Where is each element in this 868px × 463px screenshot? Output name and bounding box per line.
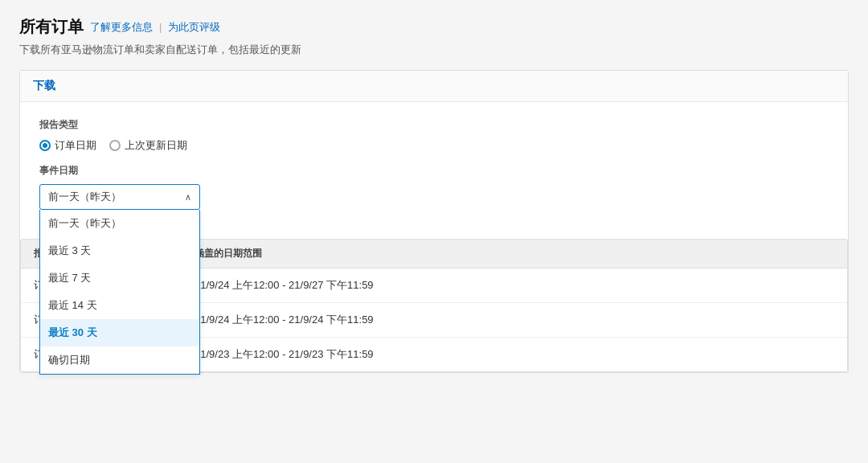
- divider: |: [159, 21, 162, 33]
- download-card: 下载 报告类型 订单日期 上次更新日期 事件日期 前一天（昨天） ∧: [19, 70, 849, 373]
- dropdown-menu: 前一天（昨天） 最近 3 天 最近 7 天 最近 14 天 最近 30 天 确切…: [39, 210, 200, 375]
- radio-label-order-date: 订单日期: [55, 138, 96, 153]
- radio-label-last-update: 上次更新日期: [125, 138, 187, 153]
- table-header-range: 涵盖的日期范围: [182, 240, 847, 268]
- event-date-label: 事件日期: [39, 164, 829, 178]
- dropdown-arrow-icon: ∧: [185, 192, 191, 203]
- table-cell-range-2: 21/9/23 上午12:00 - 21/9/23 下午11:59: [182, 338, 847, 371]
- table-cell-range-0: 21/9/24 上午12:00 - 21/9/27 下午11:59: [182, 268, 847, 302]
- dropdown-item-1[interactable]: 最近 3 天: [40, 237, 199, 264]
- page-subtitle: 下载所有亚马逊物流订单和卖家自配送订单，包括最近的更新: [19, 43, 849, 57]
- form-section: 报告类型 订单日期 上次更新日期 事件日期 前一天（昨天） ∧: [20, 102, 848, 232]
- dropdown-item-0[interactable]: 前一天（昨天）: [40, 210, 199, 237]
- dropdown-item-5[interactable]: 确切日期: [40, 346, 199, 374]
- header-links: 了解更多信息 | 为此页评级: [90, 20, 220, 35]
- section-header: 下载: [20, 71, 848, 102]
- table-cell-range-1: 21/9/24 上午12:00 - 21/9/24 下午11:59: [182, 303, 847, 337]
- radio-circle-order-date: [39, 140, 51, 151]
- dropdown-selected-value: 前一天（昨天）: [48, 190, 121, 204]
- radio-order-date[interactable]: 订单日期: [39, 138, 96, 153]
- learn-more-link[interactable]: 了解更多信息: [90, 20, 153, 35]
- dropdown-item-4[interactable]: 最近 30 天: [40, 319, 199, 346]
- dropdown-item-3[interactable]: 最近 14 天: [40, 292, 199, 319]
- download-section-title[interactable]: 下载: [33, 79, 55, 92]
- page-header: 所有订单 了解更多信息 | 为此页评级: [19, 16, 849, 38]
- page-title: 所有订单: [19, 16, 84, 38]
- dropdown-item-2[interactable]: 最近 7 天: [40, 264, 199, 292]
- report-type-label: 报告类型: [39, 118, 829, 132]
- page-wrapper: 所有订单 了解更多信息 | 为此页评级 下载所有亚马逊物流订单和卖家自配送订单，…: [0, 0, 868, 463]
- radio-last-update[interactable]: 上次更新日期: [109, 138, 187, 153]
- radio-group: 订单日期 上次更新日期: [39, 138, 829, 153]
- dropdown-container: 前一天（昨天） ∧ 前一天（昨天） 最近 3 天 最近 7 天 最近 14 天 …: [39, 184, 200, 210]
- radio-circle-last-update: [109, 140, 121, 151]
- rate-page-link[interactable]: 为此页评级: [168, 20, 220, 35]
- dropdown-trigger[interactable]: 前一天（昨天） ∧: [39, 184, 200, 210]
